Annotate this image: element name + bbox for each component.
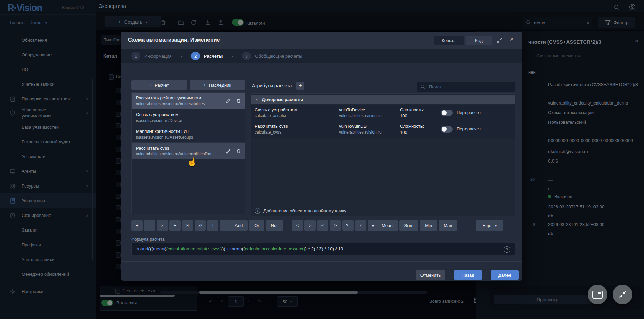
calc-list-item[interactable]: Связь с устройством isassets.rvision.ru/… xyxy=(132,109,245,126)
operator-toolbar: + - × ÷ % xʸ ! = And Or Not < > ≤ ≥ ?: ≠… xyxy=(121,220,522,231)
delete-icon[interactable] xyxy=(236,98,241,103)
recalc-toggle[interactable] xyxy=(441,110,453,116)
step-2-label[interactable]: Расчеты xyxy=(204,54,223,59)
op-factorial[interactable]: ! xyxy=(207,220,218,231)
child-calc-row[interactable]: Рассчитать cvsscalculate_cvss vulnToVuln… xyxy=(251,121,515,138)
modal-header: Схема автоматизации. Изменение Конст... … xyxy=(121,32,522,49)
chevron-down-icon: ∨ xyxy=(495,224,497,227)
collapse-view-button[interactable] xyxy=(613,285,632,304)
next-button[interactable]: Далее xyxy=(491,270,519,280)
mouse-cursor: ☝ xyxy=(187,157,197,167)
op-max[interactable]: Max xyxy=(439,220,457,231)
cancel-button[interactable]: Отменить xyxy=(416,270,445,280)
step-2-circle[interactable]: 2 xyxy=(191,52,200,60)
child-calcs-panel: ∧ Дочерние расчеты Связь с устройствомca… xyxy=(251,93,515,216)
expand-icon[interactable] xyxy=(497,37,503,43)
op-gte[interactable]: ≥ xyxy=(330,220,341,231)
hint-row: i Добавление объекта по двойному клику xyxy=(251,206,515,216)
step-1-circle[interactable]: 1 xyxy=(131,52,140,60)
formula-help-icon[interactable]: ? xyxy=(504,246,510,253)
step-wizard: 1 Информация › 2 Расчеты › 3 Обобщающие … xyxy=(121,49,522,63)
op-and[interactable]: And xyxy=(230,220,248,231)
calc-list-item[interactable]: Рассчитать рейтинг уязвимости vulnerabil… xyxy=(132,93,245,109)
step-3-circle[interactable]: 3 xyxy=(242,52,251,60)
edit-icon[interactable] xyxy=(226,148,231,154)
hint-text: Добавление объекта по двойному клику xyxy=(263,208,346,213)
attribute-search[interactable] xyxy=(417,82,515,92)
op-minus[interactable]: - xyxy=(144,220,155,231)
step-3-label[interactable]: Обобщающие расчеты xyxy=(255,54,302,59)
recalc-toggle-label: Перерасчет xyxy=(457,126,481,131)
plus-icon: + xyxy=(203,83,206,88)
code-tab-button[interactable]: Код xyxy=(466,36,492,45)
child-calc-row[interactable]: Связь с устройствомcalculate_assetcr vul… xyxy=(251,105,515,122)
op-mean[interactable]: Mean xyxy=(376,220,398,231)
search-icon xyxy=(420,84,426,89)
chevron-up-icon: ∧ xyxy=(255,98,258,101)
back-button[interactable]: Назад xyxy=(454,270,482,280)
calc-list: Рассчитать рейтинг уязвимости vulnerabil… xyxy=(131,92,245,214)
attribute-search-input[interactable] xyxy=(428,84,505,90)
recalc-toggle[interactable] xyxy=(441,126,453,133)
op-or[interactable]: Or xyxy=(249,220,264,231)
op-plus[interactable]: + xyxy=(131,220,143,231)
modal-title: Схема автоматизации. Изменение xyxy=(128,37,220,43)
op-min[interactable]: Min xyxy=(420,220,437,231)
modal-footer: Отменить Назад Далее xyxy=(121,261,522,281)
op-power[interactable]: xʸ xyxy=(195,220,206,231)
add-attribute-button[interactable]: + xyxy=(296,82,304,90)
child-calcs-group-header[interactable]: ∧ Дочерние расчеты xyxy=(251,95,515,104)
chevron-right-icon: › xyxy=(231,53,233,59)
op-multiply[interactable]: × xyxy=(157,220,168,231)
add-heir-button[interactable]: +Наследник xyxy=(190,80,245,90)
collapse-arrows-icon xyxy=(618,290,627,299)
attributes-header: Атрибуты расчета xyxy=(252,83,292,88)
formula-label: Формула расчета xyxy=(131,237,164,242)
op-not[interactable]: Not xyxy=(266,220,283,231)
constructor-tab-button[interactable]: Конст... xyxy=(434,36,464,45)
op-lt[interactable]: < xyxy=(292,220,303,231)
op-sum[interactable]: Sum xyxy=(399,220,419,231)
picture-in-picture-icon xyxy=(592,291,603,299)
op-gt[interactable]: > xyxy=(304,220,316,231)
recalc-toggle-label: Перерасчет xyxy=(457,110,481,115)
plus-icon: + xyxy=(149,83,152,88)
step-1-label[interactable]: Информация xyxy=(144,54,172,59)
automation-scheme-modal: Схема автоматизации. Изменение Конст... … xyxy=(121,32,522,281)
op-divide[interactable]: ÷ xyxy=(169,220,181,231)
formula-input[interactable]: round(((mean({calculation:calculate_cvss… xyxy=(131,243,515,255)
op-neq[interactable]: ≠ xyxy=(355,220,366,231)
op-percent[interactable]: % xyxy=(182,220,193,231)
op-lte[interactable]: ≤ xyxy=(317,220,328,231)
more-operators-button[interactable]: Еще ∨ xyxy=(476,220,503,231)
op-ternary[interactable]: ?: xyxy=(342,220,354,231)
close-icon[interactable]: × xyxy=(510,35,514,43)
add-calc-button[interactable]: +Расчет xyxy=(131,80,187,90)
chevron-right-icon: › xyxy=(181,53,182,59)
edit-icon[interactable] xyxy=(226,98,231,103)
calc-list-item[interactable]: Маппинг критичности ГИТ isassets.rvision… xyxy=(132,126,245,143)
delete-icon[interactable] xyxy=(236,148,241,154)
pip-mode-button[interactable] xyxy=(588,285,607,304)
info-icon: i xyxy=(255,208,260,214)
calc-actions: +Расчет +Наследник xyxy=(131,80,245,90)
